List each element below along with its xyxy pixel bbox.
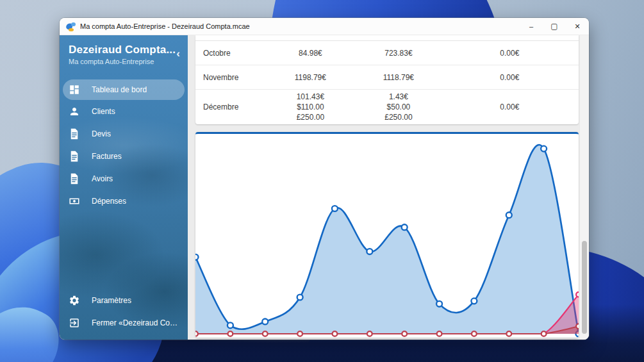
sidebar-item-tableau-de-bord[interactable]: Tableau de bord (63, 79, 185, 100)
amount-cell: 0.00€ (441, 70, 579, 85)
table-row-partial (195, 35, 579, 41)
document-icon (69, 151, 80, 162)
sidebar-item-label: Devis (92, 129, 111, 138)
company-title: Dezeiraud Compta... (69, 44, 169, 56)
amount-cell: 84.98€ (265, 46, 357, 60)
amount-cell: 101.43€$110.00£250.00 (265, 90, 357, 124)
sidebar: Dezeiraud Compta... Ma compta Auto-Entre… (60, 35, 188, 340)
red-line-series-marker (402, 331, 407, 336)
blue-area-series-marker (332, 206, 338, 211)
blue-area-series-marker (436, 301, 442, 307)
vertical-scrollbar-track[interactable] (579, 35, 589, 340)
exit-icon (69, 317, 80, 329)
amount-value: 0.00€ (441, 102, 579, 112)
amount-cell: 723.83€ (356, 46, 441, 60)
table-row: Novembre1198.79€1118.79€0.00€ (195, 65, 579, 90)
amount-value: 101.43€ (265, 92, 357, 102)
blue-area-series-marker (541, 146, 547, 152)
amount-value: 1118.79€ (356, 72, 441, 83)
red-line-series-marker (541, 331, 547, 336)
sidebar-item-label: Fermer «Dezeiraud Compt... (92, 318, 179, 327)
sidebar-footer-nav: ParamètresFermer «Dezeiraud Compt... (60, 290, 188, 340)
dashboard-icon (69, 84, 80, 95)
gear-icon (69, 295, 80, 306)
sidebar-item-label: Clients (92, 107, 115, 116)
app-subtitle: Ma compta Auto-Entreprise (69, 58, 169, 65)
table-row: Octobre84.98€723.83€0.00€ (195, 41, 579, 65)
area-chart (195, 134, 579, 338)
chevron-left-icon[interactable]: ‹ (176, 48, 180, 59)
red-line-series-marker (437, 331, 442, 336)
amount-cell: 0.00€ (441, 100, 579, 114)
window-controls: – ▢ ✕ (520, 18, 589, 35)
amount-value: 1198.79€ (265, 72, 357, 83)
amount-cell: 0.00€ (441, 46, 579, 60)
document-icon (69, 128, 80, 140)
blue-area-series-marker (402, 224, 408, 230)
blue-area-series-marker (195, 254, 198, 260)
maximize-button[interactable]: ▢ (543, 18, 566, 35)
person-icon (69, 106, 80, 117)
vertical-scrollbar-thumb[interactable] (582, 241, 587, 334)
blue-area-series-marker (471, 298, 477, 304)
app-icon (66, 22, 76, 31)
sidebar-item-clients[interactable]: Clients (60, 101, 188, 122)
amount-value: 1.43€ (356, 92, 441, 102)
amount-cell: 1118.79€ (356, 70, 441, 85)
red-line-series-marker (263, 331, 268, 336)
table-row: Décembre101.43€$110.00£250.001.43€$50.00… (195, 90, 579, 124)
monthly-summary-table: Octobre84.98€723.83€0.00€Novembre1198.79… (195, 35, 579, 124)
sidebar-header: Dezeiraud Compta... Ma compta Auto-Entre… (60, 35, 188, 70)
amount-cell: 1.43€$50.00£250.00 (356, 90, 441, 124)
blue-area-series-marker (506, 212, 512, 218)
red-line-series-marker (333, 331, 338, 336)
red-line-series-marker (228, 331, 233, 336)
sidebar-item-fermer-dezeiraud-compt[interactable]: Fermer «Dezeiraud Compt... (60, 312, 188, 334)
app-window: Ma compta Auto-Entreprise - Dezeiraud Co… (60, 18, 589, 340)
red-line-series-marker (195, 331, 198, 336)
month-label: Novembre (203, 72, 265, 83)
amount-value: $110.00 (265, 102, 357, 112)
month-label: Décembre (203, 102, 265, 112)
sidebar-item-label: Tableau de bord (92, 85, 147, 94)
sidebar-nav: Tableau de bordClientsDevisFacturesAvoir… (60, 79, 188, 212)
monthly-chart-card (195, 132, 579, 338)
minimize-button[interactable]: – (520, 18, 543, 35)
sidebar-item-label: Avoirs (92, 174, 113, 183)
red-line-series-marker (472, 331, 477, 336)
amount-cell: 1198.79€ (265, 70, 357, 85)
sidebar-item-label: Dépenses (92, 197, 126, 206)
main-content: Octobre84.98€723.83€0.00€Novembre1198.79… (188, 35, 589, 340)
blue-area-series-area (195, 145, 579, 334)
titlebar[interactable]: Ma compta Auto-Entreprise - Dezeiraud Co… (60, 18, 589, 35)
month-label: Octobre (203, 48, 265, 58)
amount-value: 723.83€ (356, 48, 441, 58)
pink-area-series-marker (576, 292, 579, 297)
window-title: Ma compta Auto-Entreprise - Dezeiraud Co… (80, 22, 250, 30)
sidebar-item-param-tres[interactable]: Paramètres (60, 290, 188, 311)
month-cell: Octobre (195, 46, 265, 60)
red-line-series-marker (506, 331, 511, 336)
amount-value: £250.00 (265, 112, 357, 122)
document-icon (69, 173, 80, 185)
amount-value: 0.00€ (441, 48, 579, 58)
month-cell: Novembre (195, 70, 265, 85)
red-line-series-marker (367, 331, 372, 336)
sidebar-item-avoirs[interactable]: Avoirs (60, 168, 188, 190)
amount-value: 0.00€ (441, 72, 579, 83)
blue-area-series-marker (367, 249, 372, 254)
blue-area-series-marker (262, 319, 268, 325)
month-cell: Décembre (195, 100, 265, 114)
banknote-icon (69, 195, 80, 207)
sidebar-item-factures[interactable]: Factures (60, 145, 188, 167)
amount-value: £250.00 (356, 112, 441, 122)
red-line-series-marker (297, 331, 302, 336)
close-button[interactable]: ✕ (566, 18, 589, 35)
amount-value: 84.98€ (265, 48, 357, 58)
blue-area-series-marker (227, 322, 233, 328)
blue-area-series-marker (297, 295, 303, 300)
sidebar-item-label: Paramètres (92, 296, 131, 305)
red-line-series-marker (576, 324, 579, 329)
sidebar-item-devis[interactable]: Devis (60, 123, 188, 145)
sidebar-item-d-penses[interactable]: Dépenses (60, 190, 188, 212)
